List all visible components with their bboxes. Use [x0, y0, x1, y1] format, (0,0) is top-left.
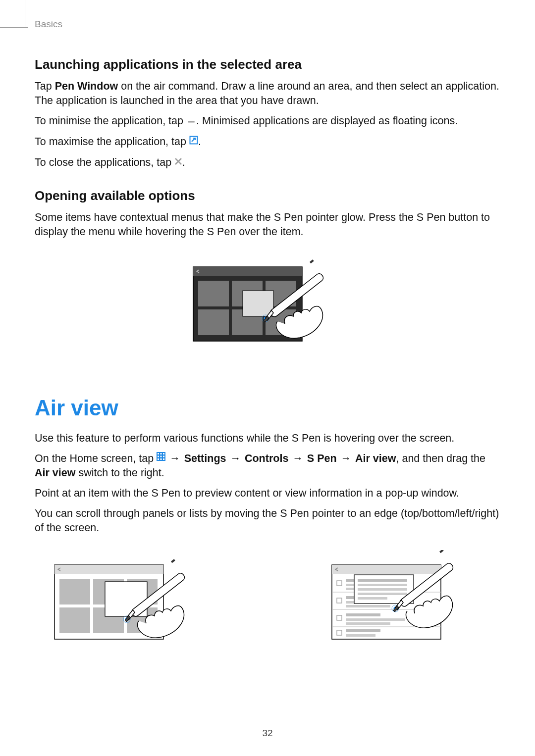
- svg-rect-23: [163, 456, 164, 457]
- text: On the Home screen, tap: [35, 453, 157, 464]
- breadcrumb: Basics: [35, 19, 500, 30]
- arrow-icon: →: [292, 452, 303, 466]
- paragraph-airview-intro: Use this feature to perform various func…: [35, 431, 500, 446]
- svg-rect-60: [346, 629, 380, 632]
- svg-rect-58: [346, 618, 405, 621]
- svg-rect-20: [163, 453, 164, 454]
- text: switch to the right.: [75, 467, 164, 479]
- svg-rect-73: [439, 550, 444, 553]
- arrow-icon: →: [341, 452, 352, 466]
- svg-rect-22: [160, 456, 162, 457]
- svg-rect-24: [158, 458, 159, 460]
- close-icon: [174, 155, 182, 169]
- text: [165, 453, 168, 464]
- text: To minimise the application, tap: [35, 115, 186, 127]
- bold-airview2: Air view: [35, 467, 75, 479]
- svg-rect-67: [358, 597, 387, 600]
- svg-rect-65: [358, 588, 407, 591]
- svg-rect-25: [160, 458, 162, 460]
- bold-spen: S Pen: [307, 453, 337, 464]
- paragraph-close: To close the applications, tap .: [35, 155, 500, 170]
- arrow-icon: →: [169, 452, 180, 466]
- svg-rect-43: [332, 565, 441, 574]
- bold-settings: Settings: [184, 453, 226, 464]
- page-number: 32: [0, 728, 535, 739]
- paragraph-pen-window: Tap Pen Window on the air command. Draw …: [35, 79, 500, 108]
- text: .: [198, 136, 201, 148]
- svg-rect-10: [243, 291, 273, 316]
- minimise-icon: [186, 113, 196, 128]
- bold-pen-window: Pen Window: [55, 80, 118, 92]
- svg-rect-21: [158, 456, 159, 457]
- svg-rect-63: [358, 579, 407, 582]
- paragraph-airview-path: On the Home screen, tap → Settings → Con…: [35, 452, 500, 481]
- illustration-hover-menu: [35, 257, 500, 351]
- bold-airview: Air view: [355, 453, 396, 464]
- svg-rect-29: [59, 579, 90, 605]
- paragraph-airview-scroll: You can scroll through panels or lists b…: [35, 506, 500, 535]
- svg-rect-19: [160, 453, 162, 454]
- paragraph-maximise: To maximise the application, tap .: [35, 135, 500, 150]
- text: To maximise the application, tap: [35, 136, 189, 148]
- svg-rect-18: [158, 453, 159, 454]
- arrow-icon: →: [230, 452, 241, 466]
- svg-rect-0: [188, 121, 195, 123]
- text: .: [182, 156, 185, 168]
- svg-rect-3: [193, 267, 302, 276]
- text: To close the applications, tap: [35, 156, 174, 168]
- illustration-airview-list: [327, 550, 485, 646]
- svg-rect-59: [346, 622, 390, 625]
- svg-rect-57: [346, 613, 380, 616]
- text: , and then drag the: [396, 453, 485, 464]
- subheading-options: Opening available options: [35, 188, 500, 203]
- paragraph-minimise: To minimise the application, tap . Minim…: [35, 114, 500, 129]
- svg-rect-64: [358, 584, 407, 586]
- bold-controls: Controls: [245, 453, 288, 464]
- svg-rect-41: [171, 559, 175, 563]
- paragraph-airview-preview: Point at an item with the S Pen to previ…: [35, 486, 500, 501]
- svg-rect-32: [59, 607, 90, 633]
- subheading-launching: Launching applications in the selected a…: [35, 57, 500, 72]
- text: . Minimised applications are displayed a…: [196, 115, 458, 127]
- maximise-icon: [189, 134, 198, 149]
- heading-air-view: Air view: [35, 396, 500, 420]
- svg-rect-56: [346, 605, 390, 607]
- svg-rect-28: [54, 565, 163, 574]
- svg-rect-7: [198, 309, 229, 335]
- apps-icon: [157, 451, 165, 465]
- paragraph-options: Some items have contextual menus that ma…: [35, 210, 500, 239]
- text: Tap: [35, 80, 55, 92]
- svg-rect-26: [163, 458, 164, 460]
- svg-rect-4: [198, 281, 229, 306]
- svg-rect-66: [358, 593, 407, 595]
- svg-rect-16: [310, 259, 314, 263]
- illustration-airview-grid: [50, 550, 208, 646]
- svg-rect-61: [346, 634, 375, 637]
